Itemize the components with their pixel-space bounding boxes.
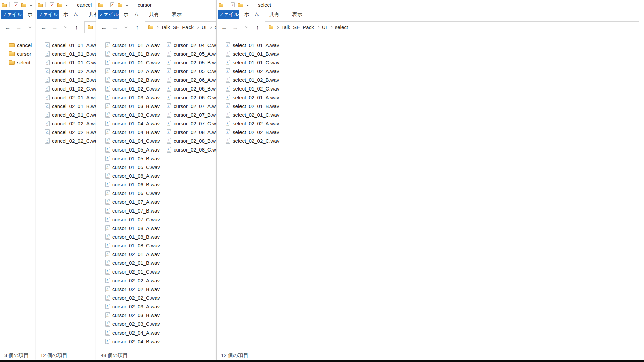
file-list-item[interactable]: cursor_01_05_B.wav xyxy=(105,154,167,163)
back-button[interactable]: ← xyxy=(38,22,49,33)
file-list-item[interactable]: select_02_01_A.wav xyxy=(226,93,287,102)
file-list-item[interactable]: select_02_02_C.wav xyxy=(226,136,287,145)
file-list-item[interactable]: select_01_01_C.wav xyxy=(226,58,287,67)
file-list-item[interactable]: cursor_01_04_A.wav xyxy=(105,119,167,128)
file-list-item[interactable]: cursor_01_03_A.wav xyxy=(105,93,167,102)
qat-customize-button[interactable] xyxy=(124,4,130,6)
file-list-item[interactable]: cursor_02_04_A.wav xyxy=(105,328,167,337)
qat-properties-button[interactable] xyxy=(12,2,20,7)
back-button[interactable]: ← xyxy=(219,22,230,33)
file-list-item[interactable]: cursor_01_02_C.wav xyxy=(105,84,167,93)
file-list-item[interactable]: cursor_02_01_A.wav xyxy=(105,250,167,258)
file-list-item[interactable]: cursor_01_06_A.wav xyxy=(105,171,167,180)
ribbon-tab-share[interactable]: 共有 xyxy=(143,10,165,19)
qat-customize-button[interactable] xyxy=(64,4,70,6)
item-label: select_01_01_C.wav xyxy=(233,60,279,65)
recent-locations-button[interactable] xyxy=(60,22,71,33)
qat-properties-button[interactable] xyxy=(109,2,116,7)
file-list-item[interactable]: select_02_02_A.wav xyxy=(226,119,287,128)
file-list-item[interactable]: select_01_02_B.wav xyxy=(226,75,287,84)
qat-new-folder-button[interactable] xyxy=(236,3,245,7)
qat-properties-button[interactable] xyxy=(48,2,56,7)
breadcrumb-segment[interactable]: UI xyxy=(322,24,327,30)
ribbon-tab-file[interactable]: ファイル xyxy=(218,10,239,19)
titlebar-separator xyxy=(254,2,254,7)
recent-locations-button[interactable] xyxy=(24,22,35,33)
file-list-item[interactable]: cursor_01_03_C.wav xyxy=(105,110,167,119)
file-list-item[interactable]: select_02_01_C.wav xyxy=(226,110,287,119)
back-button[interactable]: ← xyxy=(2,22,13,33)
file-list-item[interactable]: cursor_02_01_C.wav xyxy=(105,267,167,276)
file-list-item[interactable]: cursor_01_08_B.wav xyxy=(105,232,167,241)
breadcrumb-segment[interactable]: UI xyxy=(202,24,207,30)
ribbon-tab-file[interactable]: ファイル xyxy=(1,10,23,19)
item-label: cancel_02_01_A.wav xyxy=(52,95,100,100)
file-list-item[interactable]: cursor_01_05_A.wav xyxy=(105,145,167,154)
up-button[interactable]: ↑ xyxy=(252,22,263,33)
item-label: cursor_01_08_B.wav xyxy=(112,234,160,240)
file-list-item[interactable]: cursor_01_06_B.wav xyxy=(105,180,167,189)
file-list-item[interactable]: cursor_01_07_B.wav xyxy=(105,206,167,215)
file-list-item[interactable]: cursor_02_02_B.wav xyxy=(105,285,167,293)
address-bar[interactable]: Talk_SE_PackUIselect xyxy=(265,21,639,33)
recent-locations-button[interactable] xyxy=(120,22,131,33)
wav-audio-icon xyxy=(105,251,110,257)
file-list-item[interactable]: cursor_01_08_C.wav xyxy=(105,241,167,250)
file-list-item[interactable]: select_01_02_C.wav xyxy=(226,84,287,93)
window-titlebar[interactable]: select xyxy=(217,0,644,10)
forward-button[interactable]: → xyxy=(13,22,24,33)
file-list-item[interactable]: cursor_02_01_B.wav xyxy=(105,258,167,267)
file-list-item[interactable]: cursor_01_02_A.wav xyxy=(105,67,167,75)
ribbon-tab-view[interactable]: 表示 xyxy=(166,10,187,19)
up-button[interactable]: ↑ xyxy=(131,22,143,33)
ribbon-tab-home[interactable]: ホーム xyxy=(120,10,142,19)
file-list-item[interactable]: cursor_02_03_C.wav xyxy=(105,319,167,328)
file-list-item[interactable]: cursor_01_07_C.wav xyxy=(105,215,167,224)
ribbon-tab-file[interactable]: ファイル xyxy=(37,10,59,19)
file-list-item[interactable]: cursor_02_04_B.wav xyxy=(105,337,167,346)
file-list-item[interactable]: cursor_02_03_A.wav xyxy=(105,302,167,311)
breadcrumb-segment[interactable]: Talk_SE_Pack xyxy=(161,24,194,30)
file-list-item[interactable]: select_01_01_B.wav xyxy=(226,49,287,58)
qat-new-folder-button[interactable] xyxy=(20,3,28,7)
file-list-item[interactable]: cursor_01_01_A.wav xyxy=(105,41,167,49)
file-list-item[interactable]: cursor_01_03_B.wav xyxy=(105,102,167,110)
file-list-item[interactable]: select_01_02_A.wav xyxy=(226,67,287,75)
file-list-item[interactable]: cursor_01_01_C.wav xyxy=(105,58,167,67)
ribbon-tab-home[interactable]: ホーム xyxy=(60,10,82,19)
wav-audio-icon xyxy=(105,260,110,266)
file-list-item[interactable]: cursor_01_04_C.wav xyxy=(105,136,167,145)
ribbon-tab-share[interactable]: 共有 xyxy=(264,10,285,19)
breadcrumb-segment[interactable]: select xyxy=(335,24,348,30)
qat-customize-button[interactable] xyxy=(245,4,251,6)
back-button[interactable]: ← xyxy=(98,22,109,33)
file-list-item[interactable]: cursor_01_02_B.wav xyxy=(105,75,167,84)
file-list-item[interactable]: cursor_01_08_A.wav xyxy=(105,224,167,232)
file-list-item[interactable]: select_02_02_B.wav xyxy=(226,128,287,136)
forward-button[interactable]: → xyxy=(230,22,241,33)
file-list-item[interactable]: cursor_02_03_B.wav xyxy=(105,311,167,319)
forward-button[interactable]: → xyxy=(109,22,120,33)
item-label: cursor_02_01_A.wav xyxy=(112,251,160,257)
up-button[interactable]: ↑ xyxy=(71,22,82,33)
file-list-item[interactable]: select_02_01_B.wav xyxy=(226,102,287,110)
file-list-item[interactable]: cursor_02_02_A.wav xyxy=(105,276,167,285)
ribbon-tab-home[interactable]: ホーム xyxy=(241,10,262,19)
file-list-item[interactable]: cursor_01_06_C.wav xyxy=(105,189,167,197)
qat-customize-button[interactable] xyxy=(28,4,34,6)
file-list-item[interactable]: cursor_01_04_B.wav xyxy=(105,128,167,136)
file-list-item[interactable]: cursor_01_01_B.wav xyxy=(105,49,167,58)
breadcrumb-segment[interactable]: Talk_SE_Pack xyxy=(281,24,314,30)
file-list-item[interactable]: select_01_01_A.wav xyxy=(226,41,287,49)
file-list-item[interactable]: cursor_01_05_C.wav xyxy=(105,163,167,171)
qat-properties-button[interactable] xyxy=(229,2,236,7)
file-list-item[interactable]: cursor_02_02_C.wav xyxy=(105,293,167,302)
ribbon-tab-view[interactable]: 表示 xyxy=(286,10,308,19)
forward-button[interactable]: → xyxy=(49,22,60,33)
chevron-down-icon xyxy=(64,25,67,28)
ribbon-tab-file[interactable]: ファイル xyxy=(98,10,119,19)
qat-new-folder-button[interactable] xyxy=(116,3,124,7)
qat-new-folder-button[interactable] xyxy=(56,3,64,7)
file-list-item[interactable]: cursor_01_07_A.wav xyxy=(105,197,167,206)
recent-locations-button[interactable] xyxy=(241,22,252,33)
